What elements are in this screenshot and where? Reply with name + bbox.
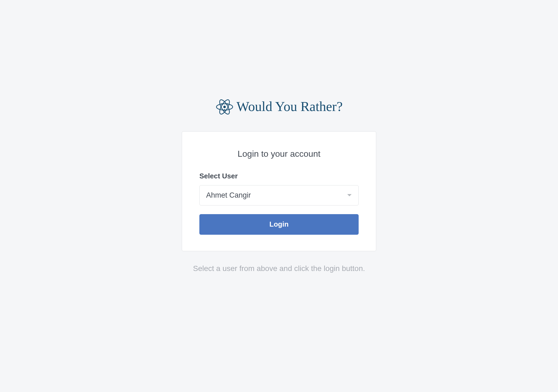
select-user-label: Select User [199, 172, 359, 180]
svg-point-3 [223, 106, 226, 108]
helper-text: Select a user from above and click the l… [193, 264, 365, 273]
header: Would You Rather? [215, 98, 343, 115]
atom-icon [215, 98, 234, 115]
login-container: Would You Rather? Login to your account … [0, 98, 558, 273]
login-card: Login to your account Select User Ahmet … [182, 131, 376, 251]
svg-point-4 [224, 109, 225, 110]
svg-point-5 [226, 103, 228, 104]
user-select[interactable]: Ahmet Cangir [199, 185, 359, 205]
user-select-wrapper: Ahmet Cangir [199, 185, 359, 205]
login-button[interactable]: Login [199, 214, 359, 235]
svg-point-6 [221, 103, 223, 104]
card-title: Login to your account [199, 149, 359, 159]
page-title: Would You Rather? [236, 99, 343, 114]
